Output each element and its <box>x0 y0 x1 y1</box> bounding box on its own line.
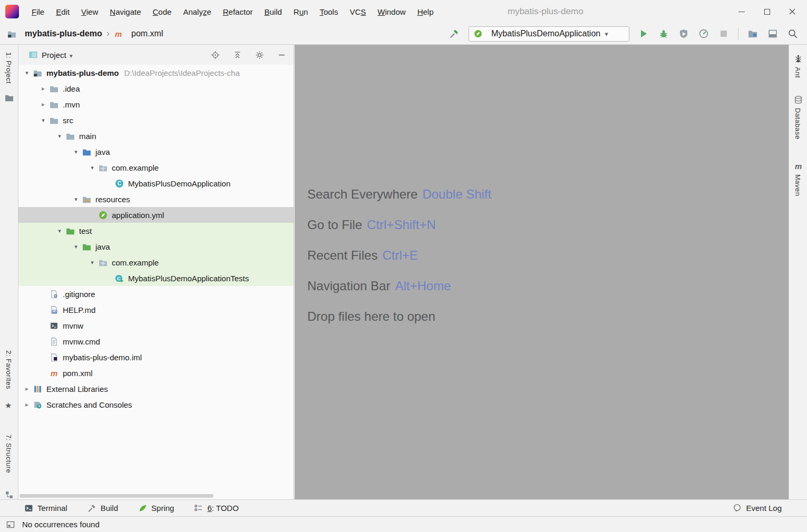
gear-icon[interactable] <box>255 50 264 60</box>
chevron-expanded-icon[interactable] <box>86 259 99 266</box>
tree-row[interactable]: Scratches and Consoles <box>18 397 294 412</box>
package-icon <box>99 258 108 267</box>
tree-row-selected[interactable]: application.yml <box>18 207 294 223</box>
menu-refactor[interactable]: Refactor <box>218 5 258 19</box>
chevron-collapsed-icon[interactable] <box>21 401 33 408</box>
tree-row[interactable]: mvnw.cmd <box>18 333 294 349</box>
project-panel-title[interactable]: Project <box>42 51 66 60</box>
menu-run[interactable]: Run <box>288 5 314 19</box>
tree-row[interactable]: .gitignore <box>18 286 294 302</box>
menu-bar: File Edit View Navigate Code Analyze Ref… <box>26 5 439 19</box>
tree-item-label: src <box>63 116 73 125</box>
run-with-coverage-button[interactable] <box>678 28 689 40</box>
menu-analyze[interactable]: Analyze <box>178 5 216 19</box>
horizontal-scrollbar[interactable] <box>20 494 213 498</box>
tool-button-todo[interactable]: 6: TODO <box>194 504 238 513</box>
tree-row[interactable]: m pom.xml <box>18 365 294 381</box>
tree-row[interactable]: com.example <box>18 160 294 175</box>
favorites-star-icon[interactable] <box>5 401 14 410</box>
hide-panel-icon[interactable] <box>277 50 286 60</box>
folder-icon <box>50 116 59 125</box>
tree-row[interactable]: main <box>18 128 294 144</box>
tool-button-database[interactable]: Database <box>794 108 802 140</box>
menu-code[interactable]: Code <box>148 5 177 19</box>
menu-vcs[interactable]: VCS <box>344 5 371 19</box>
hint-label: Search Everywhere <box>307 187 417 201</box>
tool-button-build[interactable]: Build <box>87 504 118 513</box>
search-everywhere-icon[interactable] <box>787 28 799 40</box>
tree-row[interactable]: test <box>18 223 294 239</box>
run-button[interactable] <box>638 28 649 40</box>
build-hammer-icon[interactable] <box>449 28 460 40</box>
tree-row[interactable]: C MybatisPlusDemoApplicationTests <box>18 270 294 286</box>
tool-button-maven[interactable]: Maven <box>794 174 802 196</box>
restore-layout-icon[interactable] <box>767 28 779 40</box>
tree-row[interactable]: C MybatisPlusDemoApplication <box>18 175 294 191</box>
chevron-collapsed-icon[interactable] <box>37 85 50 92</box>
maven-icon[interactable]: m <box>794 162 803 171</box>
tree-row[interactable]: src <box>18 112 294 128</box>
breadcrumb-project[interactable]: mybatis-plus-demo <box>25 29 102 38</box>
source-folder-icon <box>82 147 91 156</box>
tool-button-favorites[interactable]: 2: Favorites <box>5 350 13 389</box>
tree-row[interactable]: mybatis-plus-demo D:\IdeaProjects\IdeaPr… <box>18 65 294 81</box>
stop-button[interactable] <box>718 28 730 40</box>
menu-navigate[interactable]: Navigate <box>104 5 146 19</box>
tool-button-terminal[interactable]: Terminal <box>24 504 67 513</box>
chevron-expanded-icon[interactable] <box>53 228 66 234</box>
chevron-expanded-icon[interactable] <box>70 243 82 250</box>
tree-row[interactable]: com.example <box>18 254 294 270</box>
project-structure-icon[interactable] <box>747 28 759 40</box>
maximize-button[interactable] <box>754 0 780 23</box>
chevron-expanded-icon[interactable] <box>37 117 50 124</box>
profiler-button[interactable] <box>698 28 709 40</box>
tool-button-spring[interactable]: Spring <box>138 504 174 513</box>
structure-icon[interactable] <box>5 490 14 499</box>
tool-button-ant[interactable]: Ant <box>794 67 802 78</box>
chevron-collapsed-icon[interactable] <box>21 385 33 392</box>
run-configuration-select[interactable]: MybatisPlusDemoApplication <box>469 26 629 42</box>
tool-button-event-log[interactable]: Event Log <box>733 504 782 513</box>
collapse-all-icon[interactable] <box>232 50 242 60</box>
project-tool-window: Project mybatis-pl <box>18 45 294 499</box>
tree-row[interactable]: MD HELP.md <box>18 302 294 318</box>
left-tool-stripe: 1: Project 2: Favorites 7: Structure <box>0 45 18 499</box>
chevron-expanded-icon[interactable] <box>21 70 33 76</box>
menu-tools[interactable]: Tools <box>314 5 343 19</box>
tree-row[interactable]: .mvn <box>18 96 294 112</box>
chevron-expanded-icon[interactable] <box>86 164 99 171</box>
tree-item-label: test <box>79 226 92 235</box>
breadcrumb-file[interactable]: pom.xml <box>131 29 163 38</box>
ant-icon[interactable] <box>794 54 803 63</box>
database-icon[interactable] <box>794 95 803 104</box>
tree-row[interactable]: java <box>18 239 294 254</box>
menu-file[interactable]: File <box>26 5 50 19</box>
tool-button-project[interactable]: 1: Project <box>5 52 13 84</box>
tool-button-structure[interactable]: 7: Structure <box>5 435 13 473</box>
menu-help[interactable]: Help <box>412 5 439 19</box>
chevron-down-icon[interactable] <box>66 51 73 60</box>
menu-view[interactable]: View <box>76 5 103 19</box>
tree-row[interactable]: mvnw <box>18 318 294 333</box>
locate-icon[interactable] <box>210 50 220 60</box>
menu-build[interactable]: Build <box>259 5 287 19</box>
svg-text:m: m <box>51 369 57 377</box>
tree-row[interactable]: .idea <box>18 81 294 96</box>
tree-row[interactable]: resources <box>18 191 294 207</box>
chevron-expanded-icon[interactable] <box>70 149 82 155</box>
debug-button[interactable] <box>658 28 669 40</box>
tree-row[interactable]: java <box>18 144 294 160</box>
tree-row[interactable]: mybatis-plus-demo.iml <box>18 349 294 365</box>
menu-edit[interactable]: Edit <box>51 5 75 19</box>
svg-text:m: m <box>115 29 122 38</box>
close-button[interactable] <box>780 0 805 23</box>
toolwindow-toggle-icon[interactable] <box>6 520 15 529</box>
menu-window[interactable]: Window <box>372 5 411 19</box>
folder-icon[interactable] <box>5 93 14 102</box>
chevron-collapsed-icon[interactable] <box>37 101 50 108</box>
editor-area[interactable]: Search EverywhereDouble Shift Go to File… <box>295 45 789 499</box>
tree-row[interactable]: External Libraries <box>18 381 294 397</box>
minimize-button[interactable] <box>729 0 754 23</box>
chevron-expanded-icon[interactable] <box>70 196 82 203</box>
chevron-expanded-icon[interactable] <box>53 133 66 140</box>
